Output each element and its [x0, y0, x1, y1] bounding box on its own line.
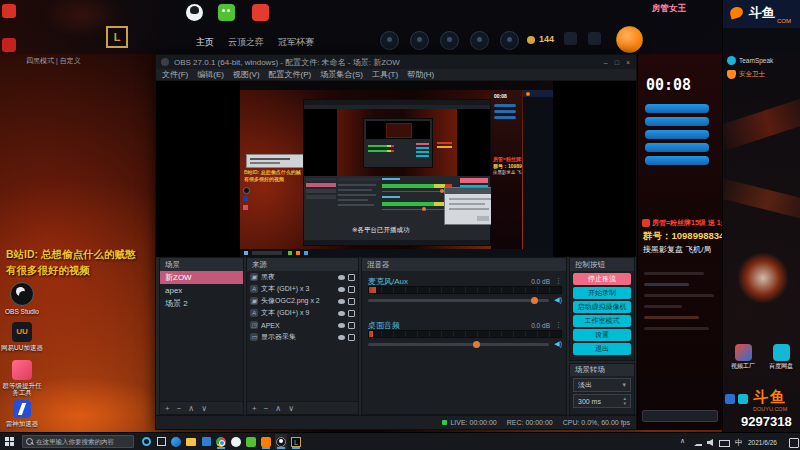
- scene-row[interactable]: 新ZOW: [160, 271, 243, 284]
- taskbar-icon-lol[interactable]: L: [290, 434, 302, 449]
- taskbar-icon-cortana[interactable]: [140, 434, 152, 449]
- visibility-icon[interactable]: [338, 335, 345, 340]
- minimize-icon[interactable]: –: [604, 59, 608, 66]
- exit-button[interactable]: 退出: [573, 343, 631, 355]
- taskbar-icon-task-view[interactable]: [155, 434, 167, 449]
- maximize-icon[interactable]: □: [615, 59, 619, 66]
- volume-icon[interactable]: [707, 439, 713, 446]
- network-icon[interactable]: [694, 440, 702, 446]
- tray-expand-icon[interactable]: ∧: [680, 437, 685, 445]
- menu-help[interactable]: 帮助(H): [407, 69, 434, 80]
- channel-menu-icon[interactable]: ⋮: [555, 321, 562, 329]
- taskbar-icon-edge[interactable]: [170, 434, 182, 449]
- lock-icon[interactable]: [348, 274, 355, 281]
- tab-tft[interactable]: 云顶之弈: [228, 36, 264, 49]
- client-nav-icon-4[interactable]: [470, 31, 489, 50]
- tray-app-icon[interactable]: [738, 394, 748, 404]
- taskbar-icon-chrome[interactable]: [215, 434, 227, 449]
- mixer-dock-header[interactable]: 混音器: [362, 258, 566, 271]
- taskbar-icon-douyu[interactable]: [260, 434, 272, 449]
- desktop-icon-baidu-pan[interactable]: 百度网盘: [763, 344, 799, 370]
- client-nav-icon-3[interactable]: [440, 31, 459, 50]
- transition-duration-spinner[interactable]: 300 ms ▴▾: [573, 394, 631, 408]
- battery-icon[interactable]: [719, 440, 730, 447]
- red-app-icon-1[interactable]: [2, 4, 16, 18]
- studio-mode-button[interactable]: 工作室模式: [573, 315, 631, 327]
- transitions-dock-header[interactable]: 场景转场: [570, 364, 634, 376]
- obs-preview-canvas[interactable]: B站ID: 总想偷点什么的贼憨 有很多很好的视频: [156, 81, 636, 257]
- scenes-dock-header[interactable]: 场景: [160, 258, 243, 271]
- avatar[interactable]: [616, 26, 643, 53]
- lock-icon[interactable]: [348, 322, 355, 329]
- menu-edit[interactable]: 编辑(E): [197, 69, 224, 80]
- add-source-button[interactable]: +: [252, 404, 257, 413]
- search-input[interactable]: [36, 438, 128, 445]
- rail-app-teamspeak[interactable]: TeamSpeak: [727, 56, 773, 65]
- source-row[interactable]: ▭显示器采集: [247, 331, 358, 343]
- chat-input[interactable]: [642, 410, 718, 422]
- rank-pill[interactable]: [645, 156, 709, 165]
- remove-scene-button[interactable]: −: [177, 404, 182, 413]
- taskbar-icon-store[interactable]: [200, 434, 212, 449]
- virtual-camera-button[interactable]: 启动虚拟摄像机: [573, 301, 631, 313]
- ime-indicator[interactable]: 中: [735, 438, 743, 448]
- desktop-icon-leishen[interactable]: 雷神加速器: [0, 400, 44, 427]
- visibility-icon[interactable]: [338, 287, 345, 292]
- volume-slider[interactable]: [368, 343, 549, 346]
- channel-menu-icon[interactable]: ⋮: [555, 277, 562, 285]
- add-scene-button[interactable]: +: [165, 404, 170, 413]
- rail-app-guard[interactable]: 安全卫士: [727, 70, 765, 79]
- visibility-icon[interactable]: [338, 311, 345, 316]
- source-row[interactable]: ◳APEX: [247, 319, 358, 331]
- source-row[interactable]: A文本 (GDI+) x 9: [247, 307, 358, 319]
- menu-scene-collection[interactable]: 场景集合(S): [320, 69, 363, 80]
- stop-stream-button[interactable]: 停止推流: [573, 273, 631, 285]
- scene-down-button[interactable]: ∨: [201, 404, 207, 413]
- chat-bubble-icon[interactable]: [564, 32, 577, 45]
- scene-row[interactable]: 场景 2: [160, 297, 243, 310]
- desktop-icon-obs[interactable]: OBS Studio: [0, 282, 44, 315]
- close-icon[interactable]: ×: [626, 59, 630, 66]
- scene-row[interactable]: apex: [160, 284, 243, 297]
- action-center-icon[interactable]: [789, 438, 799, 448]
- desktop-icon-video-factory[interactable]: 视频工厂: [725, 344, 761, 370]
- client-nav-icon-2[interactable]: [410, 31, 429, 50]
- taskbar-icon-qq[interactable]: [230, 434, 242, 449]
- source-row[interactable]: ▣黑夜: [247, 271, 358, 283]
- desktop-icon-tool[interactable]: 群等级提升任务工具: [0, 360, 44, 396]
- sources-dock-header[interactable]: 来源: [247, 258, 358, 271]
- tab-clash[interactable]: 冠军杯赛: [278, 36, 314, 49]
- rank-pill[interactable]: [645, 143, 709, 152]
- visibility-icon[interactable]: [338, 299, 345, 304]
- spinner-arrows-icon[interactable]: ▴▾: [623, 396, 626, 406]
- speaker-icon[interactable]: ◀): [554, 296, 562, 304]
- lock-icon[interactable]: [348, 310, 355, 317]
- bell-icon[interactable]: [588, 32, 601, 45]
- menu-profile[interactable]: 配置文件(P): [269, 69, 312, 80]
- taskbar-icon-file-explorer[interactable]: [185, 434, 197, 449]
- start-button[interactable]: [5, 437, 15, 447]
- rank-pill[interactable]: [645, 117, 709, 126]
- tray-app-icon[interactable]: [725, 394, 735, 404]
- source-row[interactable]: A文本 (GDI+) x 3: [247, 283, 358, 295]
- scene-up-button[interactable]: ∧: [188, 404, 194, 413]
- settings-button[interactable]: 设置: [573, 329, 631, 341]
- remove-source-button[interactable]: −: [264, 404, 269, 413]
- menu-file[interactable]: 文件(F): [162, 69, 188, 80]
- start-record-button[interactable]: 开始录制: [573, 287, 631, 299]
- taskbar-date[interactable]: 2021/6/26: [748, 439, 777, 446]
- wechat-icon[interactable]: [218, 4, 235, 21]
- lock-icon[interactable]: [348, 334, 355, 341]
- speaker-icon[interactable]: ◀): [554, 340, 562, 348]
- source-row[interactable]: ▣头像OGC2.png x 2: [247, 295, 358, 307]
- lock-icon[interactable]: [348, 286, 355, 293]
- menu-view[interactable]: 视图(V): [233, 69, 260, 80]
- red-app-icon-3[interactable]: [252, 4, 269, 21]
- client-nav-icon-5[interactable]: [500, 31, 519, 50]
- client-nav-icon-1[interactable]: [380, 31, 399, 50]
- lock-icon[interactable]: [348, 298, 355, 305]
- controls-dock-header[interactable]: 控制按钮: [570, 258, 634, 271]
- obs-titlebar[interactable]: OBS 27.0.1 (64-bit, windows) - 配置文件: 未命名…: [156, 55, 636, 69]
- visibility-icon[interactable]: [338, 323, 345, 328]
- taskbar-icon-wechat[interactable]: [245, 434, 257, 449]
